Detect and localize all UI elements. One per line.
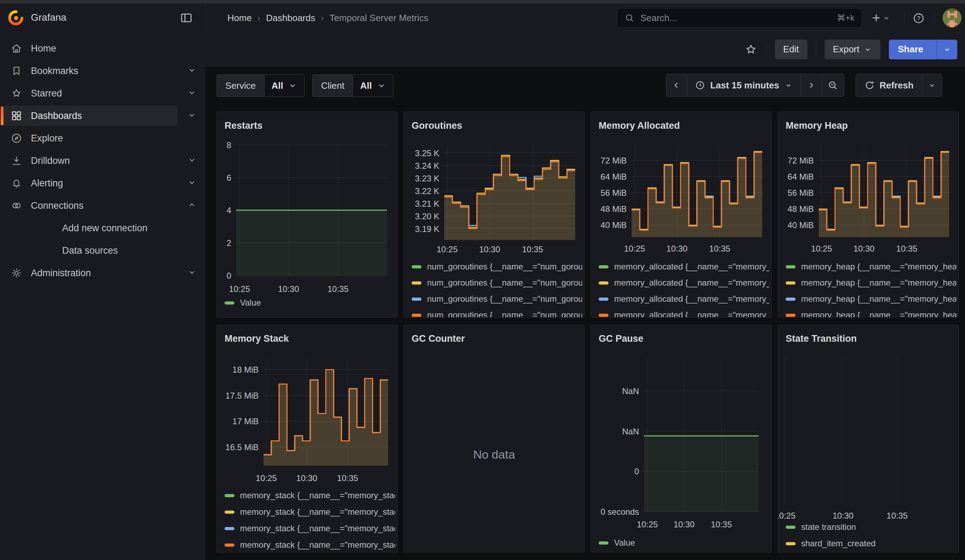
legend-item[interactable]: memory_heap {__name__="memory_heap": [786, 294, 956, 304]
svg-text:10:30: 10:30: [674, 520, 694, 529]
header-divider: [904, 12, 904, 24]
svg-text:?: ?: [917, 15, 920, 21]
breadcrumb-item: Temporal Server Metrics: [329, 13, 429, 23]
chevron-up-icon[interactable]: [187, 200, 196, 211]
legend-swatch: [599, 541, 608, 545]
chevron-down-icon[interactable]: [187, 178, 196, 188]
sidebar-item-home[interactable]: Home: [0, 37, 205, 60]
chevron-down-icon[interactable]: [187, 111, 196, 121]
bookmark-icon: [10, 65, 23, 78]
help-icon[interactable]: ?: [913, 12, 925, 24]
chevron-down-icon: [784, 81, 793, 90]
star-icon[interactable]: [744, 43, 757, 56]
breadcrumb-item[interactable]: Home: [227, 13, 252, 23]
sidebar-item-starred[interactable]: Starred: [0, 82, 205, 104]
chart-gc_pause[interactable]: NaNNaN00 seconds10:2510:3010:35: [591, 325, 772, 553]
svg-text:10:30: 10:30: [854, 244, 875, 253]
chart-memory_stack[interactable]: 18 MiB17.5 MiB17 MiB16.5 MiB10:2510:3010…: [217, 325, 397, 553]
time-back-button[interactable]: [666, 74, 687, 96]
svg-text:72 MiB: 72 MiB: [787, 156, 814, 165]
sidebar-item-dashboards[interactable]: Dashboards: [0, 104, 205, 127]
svg-text:6: 6: [227, 173, 231, 183]
sidebar-item-administration[interactable]: Administration: [0, 262, 205, 284]
legend-item[interactable]: num_goroutines {__name__="num_goroutines…: [412, 278, 582, 288]
add-new-button[interactable]: [870, 12, 891, 24]
legend-item[interactable]: shard_item_created: [786, 538, 956, 549]
toolbar-divider: [766, 42, 766, 57]
legend-item[interactable]: memory_stack {__name__="memory_stack": [224, 523, 395, 534]
legend-item[interactable]: num_goroutines {__name__="num_goroutines…: [412, 310, 582, 318]
sidebar-item-label: Alerting: [31, 178, 63, 189]
chevron-down-icon[interactable]: [187, 88, 196, 99]
panel-title[interactable]: GC Counter: [412, 333, 465, 344]
legend-label: memory_stack {__name__="memory_stack": [240, 491, 395, 500]
svg-text:10:25: 10:25: [624, 244, 645, 253]
window-top-strip: [0, 0, 965, 3]
legend-item[interactable]: memory_heap {__name__="memory_heap": [786, 261, 956, 272]
sidebar-item-explore[interactable]: Explore: [0, 127, 205, 149]
breadcrumb-item[interactable]: Dashboards: [266, 13, 315, 23]
chart-restarts[interactable]: 8642010:2510:3010:35: [217, 112, 397, 318]
legend-swatch: [412, 297, 422, 301]
legend-item[interactable]: memory_stack {__name__="memory_stack": [224, 507, 395, 517]
svg-text:2: 2: [227, 238, 231, 248]
svg-text:10:25: 10:25: [811, 244, 832, 253]
svg-text:48 MiB: 48 MiB: [600, 204, 627, 214]
refresh-group: Refresh: [855, 73, 942, 97]
legend-item[interactable]: state transition: [786, 522, 956, 532]
chart-state_transition[interactable]: 10:2510:3010:35: [778, 325, 959, 553]
legend-swatch: [224, 494, 234, 497]
sidebar-item-drilldown[interactable]: Drilldown: [0, 149, 205, 172]
legend-item[interactable]: num_goroutines {__name__="num_goroutines…: [412, 294, 582, 304]
sidebar-item-label: Bookmarks: [31, 65, 78, 77]
time-forward-button[interactable]: [801, 74, 821, 96]
sidebar-item-data-sources[interactable]: Data sources: [0, 239, 205, 262]
filter-label: Client: [312, 75, 353, 96]
svg-text:10:35: 10:35: [327, 284, 348, 294]
time-range-picker[interactable]: Last 15 minutes: [687, 74, 801, 96]
filter-service[interactable]: ServiceAll: [216, 74, 304, 97]
chevron-down-icon: [943, 45, 951, 54]
zoom-out-button[interactable]: [821, 74, 844, 96]
filter-value-dropdown[interactable]: All: [265, 75, 304, 96]
search-box[interactable]: ⌘+k: [617, 8, 862, 28]
legend-swatch: [786, 526, 795, 529]
sidebar-item-bookmarks[interactable]: Bookmarks: [0, 60, 205, 82]
sidebar-item-add-new-connection[interactable]: Add new connection: [0, 217, 205, 239]
sidebar-item-alerting[interactable]: Alerting: [0, 172, 205, 194]
legend-item[interactable]: memory_allocated {__name__="memory_alloc…: [599, 310, 769, 318]
share-button[interactable]: Share: [889, 40, 957, 59]
edit-button[interactable]: Edit: [775, 40, 808, 59]
legend-item[interactable]: Value: [599, 537, 769, 548]
panel-memory_stack: Memory Stack18 MiB17.5 MiB17 MiB16.5 MiB…: [216, 325, 397, 553]
chevron-down-icon[interactable]: [187, 155, 196, 166]
chevron-down-icon[interactable]: [187, 268, 196, 278]
legend-item[interactable]: memory_allocated {__name__="memory_alloc…: [599, 294, 769, 304]
filter-label: Service: [217, 75, 265, 96]
chevron-right-icon: [806, 81, 816, 90]
legend-label: memory_stack {__name__="memory_stack": [240, 524, 395, 533]
share-dropdown-button[interactable]: [937, 40, 957, 59]
legend-item[interactable]: Value: [224, 297, 395, 308]
sidebar-toggle-icon[interactable]: [180, 11, 193, 26]
legend-item[interactable]: memory_stack {__name__="memory_stack": [224, 490, 395, 501]
legend-item[interactable]: memory_allocated {__name__="memory_alloc…: [599, 278, 769, 288]
sidebar-item-connections[interactable]: Connections: [0, 194, 205, 217]
search-input[interactable]: [640, 12, 837, 24]
refresh-button[interactable]: Refresh: [856, 74, 922, 96]
avatar[interactable]: [942, 8, 962, 28]
legend-item[interactable]: memory_heap {__name__="memory_heap": [786, 310, 956, 318]
sidebar-item-label: Starred: [31, 88, 62, 99]
legend-item[interactable]: memory_heap {__name__="memory_heap": [786, 278, 956, 288]
filter-client[interactable]: ClientAll: [312, 74, 393, 97]
brand-area: Grafana: [0, 3, 206, 32]
legend-item[interactable]: memory_allocated {__name__="memory_alloc…: [599, 261, 769, 272]
export-button[interactable]: Export: [824, 40, 880, 59]
svg-text:10:25: 10:25: [229, 284, 250, 294]
legend-item[interactable]: num_goroutines {__name__="num_goroutines…: [412, 261, 582, 272]
refresh-interval-button[interactable]: [922, 74, 942, 96]
filter-value-dropdown[interactable]: All: [353, 75, 393, 96]
chevron-down-icon[interactable]: [187, 65, 196, 76]
panel-restarts: Restarts8642010:2510:3010:35Value: [216, 112, 397, 318]
legend-item[interactable]: memory_stack {__name__="memory_stack": [224, 540, 395, 550]
